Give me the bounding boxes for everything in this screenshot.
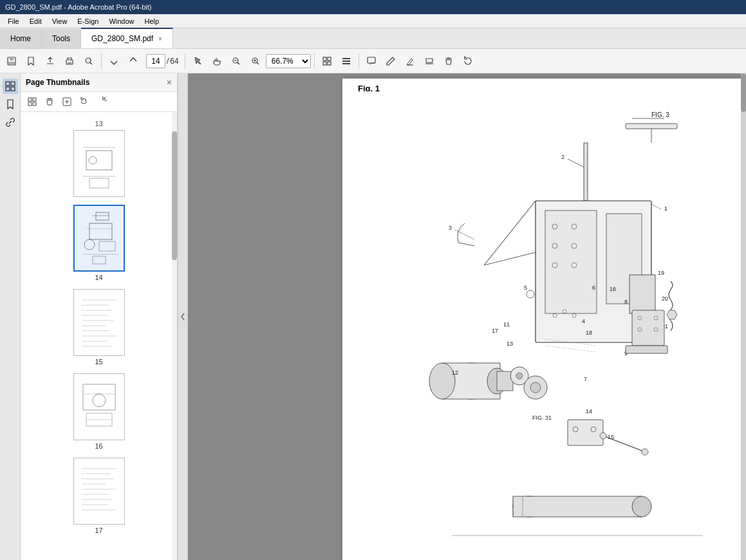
tab-close-button[interactable]: × [158,35,162,42]
highlight-button[interactable] [401,52,419,70]
sidebar-delete-btn[interactable] [42,95,57,109]
menu-edit[interactable]: Edit [24,17,47,25]
tab-home[interactable]: Home [0,29,42,48]
pdf-page: Fig. 1 FIG. 3 2 1 [342,79,741,560]
parts-diagram: FIG. 3 2 1 [355,91,735,560]
thumbnails-area[interactable]: 13 [21,112,177,560]
sidebar-title: Page Thumbnails [26,78,89,87]
svg-text:5: 5 [524,285,527,291]
tab-home-label: Home [10,34,31,43]
svg-rect-14 [323,57,326,61]
bookmarks-panel-icon[interactable] [3,97,18,112]
svg-text:2: 2 [561,154,564,160]
pen-button[interactable] [382,52,400,70]
svg-rect-102 [629,275,655,313]
menu-view[interactable]: View [47,17,73,25]
upload-button[interactable] [41,52,59,70]
thumb-img-14[interactable] [73,205,125,272]
sidebar-insert-btn[interactable] [59,95,75,109]
sidebar-scrollbar-track[interactable] [172,112,177,560]
sidebar-undo-btn[interactable] [77,95,92,109]
thumb-label-16: 16 [95,442,102,450]
stamp-button[interactable] [420,52,438,70]
svg-text:19: 19 [658,270,664,276]
menu-file[interactable]: File [3,17,24,25]
total-pages: 64 [170,57,178,66]
menu-esign[interactable]: E-Sign [72,17,104,25]
thumbnail-page-13[interactable]: 13 [21,117,177,197]
svg-text:14: 14 [586,408,592,415]
sidebar-collapse-button[interactable] [178,73,188,560]
tab-document[interactable]: GD_2800_SM.pdf × [81,28,173,48]
page-input[interactable] [146,54,165,68]
svg-text:6: 6 [592,285,595,291]
svg-text:1: 1 [664,205,667,212]
svg-text:13: 13 [507,341,513,347]
svg-line-13 [257,62,259,64]
find-button[interactable] [80,52,98,70]
svg-rect-4 [68,62,71,64]
save-button[interactable] [3,52,21,70]
layout-button[interactable] [337,52,355,70]
prev-page-button[interactable] [105,52,123,70]
svg-rect-29 [28,98,32,101]
page-separator: / [167,57,169,66]
thumbnail-page-17[interactable]: 17 [21,458,177,534]
thumb-img-17[interactable] [73,458,125,525]
zoom-in-button[interactable] [247,52,265,70]
sidebar-view-btn[interactable] [24,95,40,109]
thumb-img-13[interactable] [73,130,125,197]
thumbnail-page-15[interactable]: 15 [21,289,177,366]
tab-tools[interactable]: Tools [42,29,81,48]
main-area: Page Thumbnails × [0,73,746,560]
undo-button[interactable] [459,52,477,70]
delete-button[interactable] [440,52,458,70]
sidebar-redo-btn[interactable] [94,95,109,109]
svg-rect-31 [28,102,32,106]
svg-rect-19 [342,61,350,62]
left-icon-panel [0,73,21,560]
bookmark-button[interactable] [22,52,40,70]
thumbnail-page-14[interactable]: 14 [21,205,177,281]
window-title: GD_2800_SM.pdf - Adobe Acrobat Pro (64-b… [5,3,151,11]
svg-rect-25 [6,82,10,86]
svg-text:8: 8 [624,299,628,305]
next-page-button[interactable] [124,52,142,70]
svg-text:3: 3 [449,225,452,231]
svg-rect-26 [11,82,15,86]
thumbnail-page-16[interactable]: 16 [21,373,177,450]
content-scrollbar-thumb[interactable] [741,73,746,112]
sidebar-close-button[interactable]: × [167,77,172,88]
svg-rect-135 [626,346,667,353]
svg-rect-20 [342,63,350,64]
comment-button[interactable] [362,52,380,70]
thumb-img-15[interactable] [73,289,125,356]
svg-rect-89 [545,210,597,313]
svg-rect-24 [425,63,433,64]
svg-text:17: 17 [492,328,498,334]
title-bar: GD_2800_SM.pdf - Adobe Acrobat Pro (64-b… [0,0,746,14]
cursor-tool-button[interactable] [189,52,207,70]
zoom-select[interactable]: 66.7% 50% 75% 100% 125% 150% [266,54,311,68]
hand-tool-button[interactable] [208,52,226,70]
separator-2 [185,53,185,69]
svg-rect-17 [328,62,331,65]
menu-window[interactable]: Window [104,17,139,25]
svg-line-6 [90,62,92,64]
links-panel-icon[interactable] [3,115,18,130]
thumbnails-panel-icon[interactable] [3,79,18,94]
svg-rect-130 [632,310,664,346]
sidebar-scrollbar-thumb[interactable] [172,131,177,260]
print-button[interactable] [61,52,79,70]
svg-rect-28 [11,87,15,91]
svg-marker-128 [667,310,677,319]
content-scrollbar-track[interactable] [741,73,746,560]
zoom-out-button[interactable] [227,52,245,70]
svg-rect-42 [77,209,122,267]
menu-help[interactable]: Help [140,17,165,25]
svg-text:16: 16 [610,286,616,292]
svg-text:FIG. 3: FIG. 3 [651,111,669,118]
view-options-button[interactable] [318,52,336,70]
thumb-img-16[interactable] [73,373,125,440]
toolbar: / 64 66.7% 50% 75% 100% 125% 150% [0,49,746,73]
